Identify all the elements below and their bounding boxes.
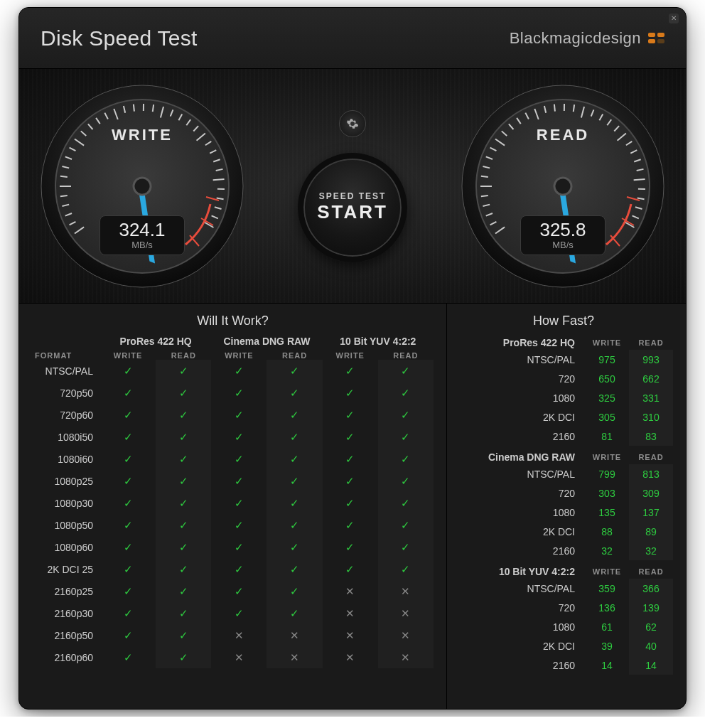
format-label: NTSC/PAL — [454, 583, 585, 594]
table-row: 2160 32 32 — [454, 541, 673, 560]
check-icon: ✓ — [100, 470, 156, 492]
read-value: 40 — [629, 636, 673, 655]
titlebar: Disk Speed Test Blackmagicdesign — [19, 8, 686, 69]
svg-line-6 — [60, 195, 68, 196]
check-icon: ✓ — [211, 448, 267, 470]
start-button[interactable]: SPEED TEST START — [298, 153, 407, 262]
check-icon: ✓ — [211, 514, 267, 536]
write-value: 135 — [585, 503, 629, 522]
write-subheader: WRITE — [585, 567, 629, 576]
format-label: 1080p50 — [32, 520, 100, 531]
table-row: 2160p30✓✓✓✓✕✕ — [32, 602, 434, 624]
check-icon: ✓ — [267, 470, 322, 492]
format-label: NTSC/PAL — [32, 365, 100, 377]
check-icon: ✓ — [156, 448, 211, 470]
table-row: 2160p60✓✓✕✕✕✕ — [32, 646, 434, 668]
check-icon: ✓ — [378, 492, 434, 514]
check-icon: ✓ — [267, 558, 322, 580]
check-icon: ✓ — [378, 536, 434, 558]
table-row: 2160p25✓✓✓✓✕✕ — [32, 580, 434, 602]
format-label: 2K DCI — [454, 641, 585, 652]
read-value: 62 — [629, 617, 673, 636]
how-fast-section: 10 Bit YUV 4:2:2 WRITE READNTSC/PAL 359 … — [454, 564, 673, 675]
read-value: 813 — [629, 464, 673, 483]
read-subheader: READ — [629, 338, 673, 347]
check-icon: ✓ — [267, 602, 322, 624]
check-icon: ✓ — [100, 426, 156, 448]
format-label: 2160 — [454, 660, 585, 671]
svg-line-72 — [634, 178, 645, 179]
svg-line-19 — [134, 104, 134, 111]
write-subheader: WRITE — [585, 338, 629, 347]
table-row: 720p60✓✓✓✓✓✓ — [32, 404, 434, 426]
write-gauge-value: 324.1 — [100, 219, 184, 241]
read-value: 32 — [629, 541, 673, 560]
read-value: 366 — [629, 579, 673, 598]
format-label: NTSC/PAL — [454, 354, 585, 365]
codec-label: 10 Bit YUV 4:2:2 — [454, 566, 585, 577]
read-value: 89 — [629, 522, 673, 541]
check-icon: ✓ — [100, 624, 156, 646]
check-icon: ✓ — [156, 470, 211, 492]
table-row: 2160 81 83 — [454, 427, 673, 446]
write-value: 81 — [585, 427, 629, 446]
check-icon: ✓ — [323, 382, 378, 404]
table-row: 720 136 139 — [454, 598, 673, 617]
table-row: 1080i60✓✓✓✓✓✓ — [32, 448, 434, 470]
format-label: 1080 — [454, 621, 585, 633]
check-icon: ✓ — [100, 602, 156, 624]
read-gauge-readout: 325.8 MB/s — [520, 215, 606, 255]
check-icon: ✓ — [211, 602, 267, 624]
format-label: 1080 — [454, 392, 585, 404]
check-icon: ✓ — [267, 492, 322, 514]
read-value: 993 — [629, 350, 673, 369]
settings-button[interactable] — [339, 110, 366, 137]
format-label: 1080i60 — [32, 454, 100, 465]
x-icon: ✕ — [378, 602, 434, 624]
write-gauge-readout: 324.1 MB/s — [99, 215, 185, 255]
close-icon[interactable]: ✕ — [669, 14, 679, 23]
write-value: 359 — [585, 579, 629, 598]
read-gauge-unit: MB/s — [521, 240, 605, 250]
table-row: 2K DCI 88 89 — [454, 522, 673, 541]
how-fast-panel: How Fast? ProRes 422 HQ WRITE READNTSC/P… — [447, 304, 686, 709]
x-icon: ✕ — [211, 646, 267, 668]
check-icon: ✓ — [156, 360, 211, 382]
check-icon: ✓ — [378, 426, 434, 448]
check-icon: ✓ — [323, 404, 378, 426]
x-icon: ✕ — [323, 646, 378, 668]
x-icon: ✕ — [267, 624, 322, 646]
codec-label: ProRes 422 HQ — [454, 337, 585, 348]
check-icon: ✓ — [323, 426, 378, 448]
table-row: 2K DCI 39 40 — [454, 636, 673, 655]
write-value: 39 — [585, 636, 629, 655]
check-icon: ✓ — [267, 404, 322, 426]
check-icon: ✓ — [378, 382, 434, 404]
svg-line-48 — [481, 176, 488, 176]
check-icon: ✓ — [100, 580, 156, 602]
how-fast-section: Cinema DNG RAW WRITE READNTSC/PAL 799 81… — [454, 450, 673, 560]
check-icon: ✓ — [378, 404, 434, 426]
read-value: 310 — [629, 407, 673, 427]
x-icon: ✕ — [378, 646, 434, 668]
gauge-area: WRITE 324.1 MB/s SPEED TEST START — [19, 69, 686, 304]
format-label: 720 — [454, 488, 585, 499]
check-icon: ✓ — [156, 404, 211, 426]
table-row: 1080p50✓✓✓✓✓✓ — [32, 514, 434, 536]
check-icon: ✓ — [211, 382, 267, 404]
svg-line-8 — [60, 176, 68, 176]
gear-icon — [346, 117, 359, 130]
read-gauge-label: READ — [460, 126, 666, 144]
table-row: NTSC/PAL 799 813 — [454, 464, 673, 483]
read-subheader: READ — [629, 567, 673, 576]
format-label: 2160p30 — [32, 608, 100, 619]
write-value: 799 — [585, 464, 629, 483]
check-icon: ✓ — [378, 448, 434, 470]
svg-line-46 — [481, 195, 488, 196]
x-icon: ✕ — [267, 646, 322, 668]
check-icon: ✓ — [323, 536, 378, 558]
check-icon: ✓ — [378, 470, 434, 492]
check-icon: ✓ — [100, 536, 156, 558]
brand-dots-icon — [648, 33, 664, 43]
read-value: 662 — [629, 369, 673, 388]
